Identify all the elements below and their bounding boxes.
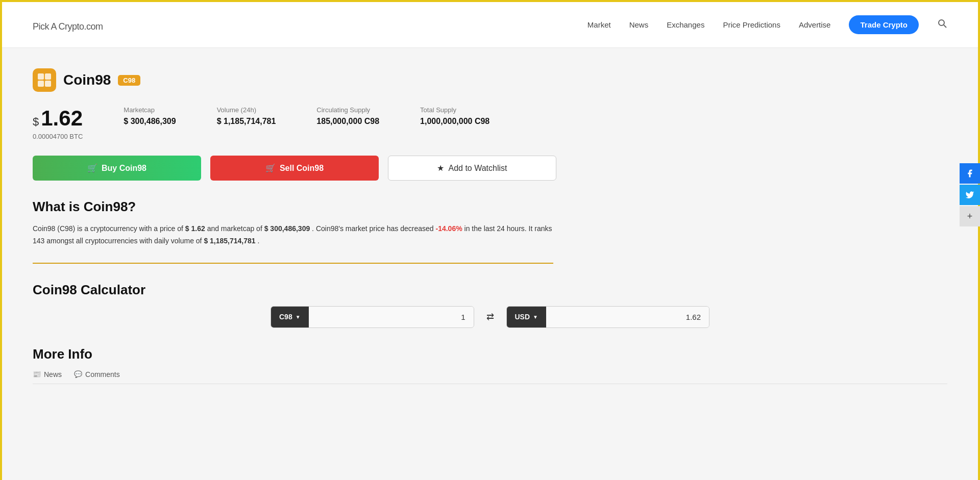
desc-change-pct: -14.06% [435, 224, 462, 233]
calculator-section: Coin98 Calculator C98 ▼ ⇄ USD ▼ [33, 282, 947, 328]
calc-from-input[interactable] [309, 307, 474, 327]
social-sidebar: + [960, 163, 980, 226]
stat-marketcap: Marketcap $ 300,486,309 [124, 106, 176, 126]
supply-value: 185,000,000 C98 [316, 117, 379, 126]
more-social-button[interactable]: + [960, 206, 980, 226]
facebook-button[interactable] [960, 163, 980, 184]
price-btc: 0.00004700 BTC [33, 133, 83, 140]
marketcap-value: $ 300,486,309 [124, 117, 176, 126]
price-number: 1.62 [41, 106, 83, 131]
buy-button[interactable]: 🛒 Buy Coin98 [33, 156, 201, 181]
supply-label: Circulating Supply [316, 106, 379, 114]
price-dollar-sign: $ [33, 115, 39, 129]
news-tab-icon: 📰 [33, 370, 41, 378]
desc-middle: . Coin98's market price has decreased [312, 224, 433, 233]
what-is-section: What is Coin98? Coin98 (C98) is a crypto… [33, 199, 947, 247]
twitter-button[interactable] [960, 185, 980, 205]
star-icon: ★ [437, 163, 444, 173]
marketcap-label: Marketcap [124, 106, 176, 114]
header: Pick A Crypto.com Market News Exchanges … [2, 2, 978, 48]
cart-icon: 🛒 [87, 163, 97, 173]
section-divider [33, 263, 553, 264]
calc-to-currency[interactable]: USD ▼ [507, 307, 546, 327]
nav-exchanges[interactable]: Exchanges [667, 20, 704, 29]
plus-icon: + [967, 211, 973, 222]
main-content: Coin98 C98 $ 1.62 0.00004700 BTC Marketc… [2, 48, 978, 480]
logo-suffix: .com [84, 21, 103, 32]
calc-from-currency[interactable]: C98 ▼ [271, 307, 309, 327]
volume-label: Volume (24h) [217, 106, 276, 114]
sell-cart-icon: 🛒 [265, 163, 276, 173]
nav-market[interactable]: Market [587, 20, 611, 29]
desc-before-price: Coin98 (C98) is a cryptocurrency with a … [33, 224, 183, 233]
nav-price-predictions[interactable]: Price Predictions [723, 20, 780, 29]
coin-logo-icon [33, 68, 56, 92]
main-nav: Market News Exchanges Price Predictions … [587, 15, 947, 34]
calc-to-group: USD ▼ [506, 306, 710, 328]
more-info-title: More Info [33, 346, 947, 362]
coin-name: Coin98 [63, 72, 111, 88]
stat-total-supply: Total Supply 1,000,000,000 C98 [420, 106, 489, 126]
stat-volume: Volume (24h) $ 1,185,714,781 [217, 106, 276, 126]
svg-rect-3 [45, 73, 51, 80]
price-value: $ 1.62 [33, 106, 83, 131]
total-supply-value: 1,000,000,000 C98 [420, 117, 489, 126]
nav-news[interactable]: News [629, 20, 649, 29]
search-icon[interactable] [937, 18, 947, 31]
logo-main: Pick A Crypto [33, 21, 84, 32]
action-buttons: 🛒 Buy Coin98 🛒 Sell Coin98 ★ Add to Watc… [33, 156, 947, 181]
more-info-section: More Info 📰 News 💬 Comments [33, 346, 947, 384]
svg-rect-5 [45, 81, 51, 87]
trade-crypto-button[interactable]: Trade Crypto [849, 15, 919, 34]
comments-tab-icon: 💬 [74, 370, 82, 378]
watchlist-button[interactable]: ★ Add to Watchlist [388, 156, 556, 181]
desc-before-cap: and marketcap of [207, 224, 262, 233]
nav-advertise[interactable]: Advertise [799, 20, 831, 29]
coin-badge: C98 [118, 75, 140, 86]
calc-to-input[interactable] [546, 307, 709, 327]
desc-cap-ref: $ 300,486,309 [264, 224, 310, 233]
chevron-down-icon-2: ▼ [533, 314, 538, 320]
tab-comments[interactable]: 💬 Comments [74, 370, 120, 384]
stat-circulating-supply: Circulating Supply 185,000,000 C98 [316, 106, 379, 126]
calc-from-group: C98 ▼ [271, 306, 474, 328]
svg-rect-4 [38, 81, 44, 87]
more-info-tabs: 📰 News 💬 Comments [33, 370, 947, 384]
tab-comments-label: Comments [85, 370, 120, 378]
description-text: Coin98 (C98) is a cryptocurrency with a … [33, 223, 553, 247]
svg-line-1 [944, 25, 946, 28]
desc-end: . [258, 237, 260, 245]
total-supply-label: Total Supply [420, 106, 489, 114]
calc-arrow-icon: ⇄ [482, 311, 498, 322]
price-section: $ 1.62 0.00004700 BTC Marketcap $ 300,48… [33, 106, 947, 140]
svg-point-0 [939, 20, 944, 26]
desc-volume-ref: $ 1,185,714,781 [204, 237, 255, 245]
sell-button[interactable]: 🛒 Sell Coin98 [210, 156, 379, 181]
coin-header: Coin98 C98 [33, 68, 947, 92]
what-is-title: What is Coin98? [33, 199, 947, 215]
volume-value: $ 1,185,714,781 [217, 117, 276, 126]
desc-price-ref: $ 1.62 [185, 224, 207, 233]
svg-rect-2 [38, 73, 44, 80]
logo[interactable]: Pick A Crypto.com [33, 17, 103, 33]
calculator-title: Coin98 Calculator [33, 282, 947, 298]
tab-news[interactable]: 📰 News [33, 370, 62, 384]
price-main: $ 1.62 0.00004700 BTC [33, 106, 83, 140]
calculator-row: C98 ▼ ⇄ USD ▼ [271, 306, 709, 328]
chevron-down-icon: ▼ [296, 314, 301, 320]
tab-news-label: News [44, 370, 62, 378]
